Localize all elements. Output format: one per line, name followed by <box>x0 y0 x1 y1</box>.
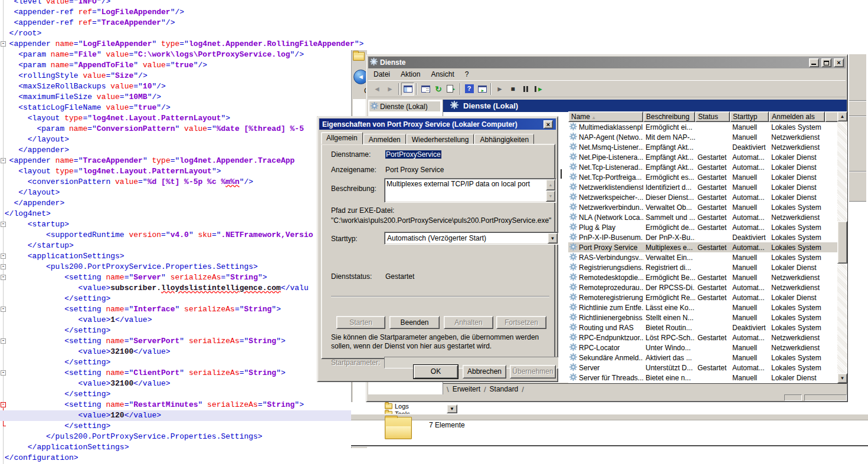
scroll-up-icon[interactable]: ▲ <box>837 111 847 121</box>
tab-wiederherstellung[interactable]: Wiederherstellung <box>407 134 474 144</box>
service-row[interactable]: RPC-Endpunktzuor...Löst RPC-Sch...Gestar… <box>568 333 837 343</box>
service-row[interactable]: Routing und RASBietet Routin...Deaktivie… <box>568 323 837 333</box>
fold-minus-icon[interactable]: - <box>1 222 6 227</box>
fold-minus-icon[interactable]: - <box>1 307 6 312</box>
service-row[interactable]: Multimediaklassenpl...Ermöglicht ei...Ma… <box>568 122 837 132</box>
fold-minus-icon[interactable]: - <box>1 41 6 47</box>
view-tab-standard[interactable]: Standard <box>490 385 519 393</box>
service-row[interactable]: Plug & PlayErmöglicht de...GestartetAuto… <box>568 222 837 232</box>
extended-view-icon[interactable]: ► <box>476 83 489 96</box>
restart-service-icon[interactable]: ► <box>532 83 545 96</box>
view-tab-erweitert[interactable]: Erweitert <box>453 385 480 393</box>
code-line[interactable]: <level value="INFO"/> <box>0 0 868 7</box>
column-header-starttyp[interactable]: Starttyp <box>730 111 769 122</box>
start-service-icon[interactable]: ► <box>493 83 506 96</box>
service-row[interactable]: RemoteregistrierungErmöglicht Re...Gesta… <box>568 292 837 302</box>
anzeigename-label: Anzeigename: <box>331 166 376 174</box>
service-gear-icon <box>569 163 577 172</box>
vertical-scrollbar[interactable]: ▲ ▼ <box>837 111 847 383</box>
service-row[interactable]: Richtlinienergebniss...Stellt einen N...… <box>568 312 837 323</box>
service-row[interactable]: NAP-Agent (Netwo...Mit dem NAP-...Manuel… <box>568 132 837 142</box>
refresh-icon[interactable]: ↻ <box>432 83 445 96</box>
code-line[interactable]: </configuration> <box>0 453 868 463</box>
fold-minus-icon[interactable]: - <box>1 370 6 376</box>
console-tree-icon[interactable] <box>401 83 414 96</box>
column-header-beschreibung[interactable]: Beschreibung <box>643 111 695 122</box>
forward-icon[interactable]: ► <box>384 83 397 96</box>
service-row[interactable]: Net.Pipe-Listenera...Empfängt Akt...Gest… <box>568 152 837 162</box>
scrollbar-thumb[interactable] <box>837 221 847 264</box>
service-row[interactable]: Sekundäre Anmeld...Aktiviert das ...Manu… <box>568 353 837 363</box>
dropdown-arrow-button[interactable]: ▼ <box>447 404 457 413</box>
scroll-down-icon[interactable]: ▼ <box>837 373 847 383</box>
service-row[interactable]: Port Proxy ServiceMultiplexes e...Gestar… <box>568 242 837 252</box>
fold-minus-icon[interactable]: - <box>1 275 6 280</box>
service-row[interactable]: Net.Msmq-Listener...Empfängt Akt...Deakt… <box>568 142 837 152</box>
service-row[interactable]: NLA (Network Loca...Sammelt und ...Gesta… <box>568 212 837 222</box>
maximize-button[interactable] <box>821 58 831 67</box>
service-gear-icon <box>569 223 577 232</box>
tab-allgemein[interactable]: Allgemein <box>321 132 363 144</box>
services-window-titlebar[interactable]: Dienste × <box>368 57 846 68</box>
pfad-value: "C:\work\ais\puls200.PortProxyService\pu… <box>331 216 551 225</box>
tab-abhngigkeiten[interactable]: Abhängigkeiten <box>474 134 534 144</box>
dialog-close-icon[interactable]: × <box>543 120 553 129</box>
fold-minus-icon[interactable]: - <box>1 338 6 344</box>
code-line[interactable]: <appender name="LogFileAppender" type="l… <box>0 39 868 50</box>
starttyp-combobox[interactable]: Automatisch (Verzögerter Start) ▼ <box>384 232 559 245</box>
beschreibung-textbox[interactable]: Multiplexes external TCP/IP data on loca… <box>384 178 556 203</box>
column-header-status[interactable]: Status <box>695 111 730 122</box>
scroll-up-icon[interactable]: ▲ <box>546 179 555 190</box>
tab-page-allgemein: Dienstname: PortProxyService Anzeigename… <box>321 144 555 359</box>
code-line[interactable]: <appender-ref ref="TraceAppender"/> <box>0 18 868 28</box>
code-line[interactable]: </root> <box>0 28 868 39</box>
services-list[interactable]: Name ▲BeschreibungStatusStarttypAnmelden… <box>568 111 847 383</box>
service-row[interactable]: ServerUnterstützt D...GestartetAutomat..… <box>568 363 837 373</box>
menu-item-datei[interactable]: Datei <box>368 69 395 80</box>
beenden-button[interactable]: Beenden <box>389 316 440 329</box>
service-row[interactable]: Netzwerkverbindun...Verwaltet Ob...Gesta… <box>568 202 837 212</box>
explorer-tree-item[interactable]: Logs <box>385 403 409 410</box>
stop-service-icon[interactable]: ■ <box>506 83 519 96</box>
service-row[interactable]: Netzwerkspeicher-...Dieser Dienst...Gest… <box>568 192 837 202</box>
code-line[interactable]: <value>120</value> <box>0 410 352 421</box>
service-row[interactable]: Registrierungsdiens...Registriert di...M… <box>568 262 837 272</box>
service-row[interactable]: Net.Tcp-Listenerad...Empfängt Akt...Gest… <box>568 162 837 172</box>
tab-anmelden[interactable]: Anmelden <box>363 134 406 144</box>
code-line[interactable]: <appender-ref ref="LogFileAppender"/> <box>0 7 868 18</box>
abbrechen-button[interactable]: Abbrechen <box>463 365 506 379</box>
export-list-icon[interactable]: ► <box>445 83 458 96</box>
ok-button[interactable]: OK <box>414 365 458 379</box>
service-row[interactable]: PnP-X-IP-Busenum...Der PnP-X-Bu...Deakti… <box>568 232 837 242</box>
service-row[interactable]: NetzwerklistendienstIdentifiziert d...Ge… <box>568 182 837 192</box>
column-header-name[interactable]: Name ▲ <box>568 111 643 122</box>
fold-minus-icon[interactable]: - <box>1 254 6 259</box>
menu-item-[interactable]: ? <box>460 69 474 80</box>
service-row[interactable]: RPC-LocatorUnter Windo...ManuellNetzwerk… <box>568 343 837 353</box>
menu-item-ansicht[interactable]: Ansicht <box>425 69 459 80</box>
service-row[interactable]: Remoteprozedurau...Der RPCSS-Di...Gestar… <box>568 282 837 292</box>
scroll-down-icon[interactable]: ▼ <box>546 190 555 202</box>
close-button[interactable]: × <box>834 58 844 67</box>
minimize-button[interactable] <box>809 58 819 67</box>
help-icon[interactable]: ? <box>463 83 476 96</box>
fold-minus-icon[interactable]: - <box>1 402 6 407</box>
properties-icon[interactable] <box>419 83 432 96</box>
starten-button: Starten <box>336 316 385 329</box>
service-row[interactable]: Remotedesktopdie...Ermöglicht Be...Gesta… <box>568 272 837 282</box>
service-row[interactable]: RAS-Verbindungsv...Verwaltet Ein...Manue… <box>568 252 837 262</box>
column-header-anmeldenals[interactable]: Anmelden als <box>769 111 825 122</box>
service-row[interactable]: Richtlinie zum Entfe...Lässt eine Ko...M… <box>568 302 837 312</box>
chevron-down-icon[interactable]: ▼ <box>548 233 558 243</box>
fold-minus-icon[interactable]: - <box>1 158 6 163</box>
dialog-titlebar[interactable]: Eigenschaften von Port Proxy Service (Lo… <box>319 119 556 130</box>
tree-item-dienste-lokal[interactable]: Dienste (Lokal) <box>369 101 440 111</box>
pause-service-icon[interactable] <box>519 83 532 96</box>
service-row[interactable]: Net.Tcp-Portfreiga...Ermöglicht es...Ges… <box>568 172 837 182</box>
fold-minus-icon[interactable]: - <box>1 264 6 269</box>
menu-item-aktion[interactable]: Aktion <box>395 69 425 80</box>
back-icon[interactable]: ◄ <box>371 83 384 96</box>
services-app-icon <box>370 57 378 68</box>
service-row[interactable]: Server für Threads...Bietet eine n...Man… <box>568 373 837 383</box>
bernehmen-button: Übernehmen <box>510 365 556 379</box>
